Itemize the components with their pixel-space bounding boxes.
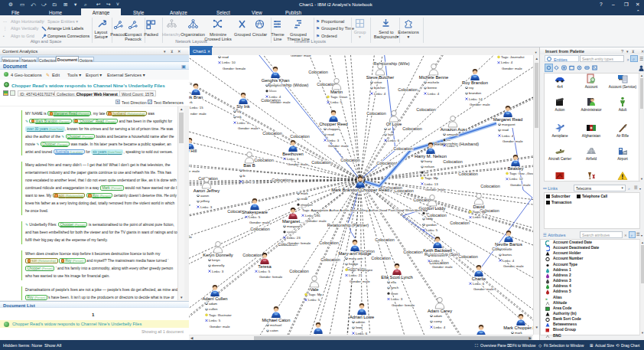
svg-text:Bas B: Bas B (243, 163, 255, 168)
svg-text:donnelly: donnelly (212, 263, 225, 267)
svg-text:margaret: margaret (502, 123, 516, 126)
svg-text:of: of (388, 127, 391, 131)
svg-text:Tags: Dean: Tags: Dean (330, 95, 348, 99)
svg-text:steve: steve (374, 80, 382, 84)
svg-text:Links: 3: Links: 3 (391, 297, 403, 301)
svg-text:Of Love: Of Love (386, 122, 402, 126)
svg-text:Tags: Mp: Tags: Mp (473, 210, 486, 214)
svg-text:Links: 3: Links: 3 (200, 205, 213, 209)
svg-text:nelson: nelson (424, 165, 434, 168)
svg-text:Gender: male: Gender: male (249, 221, 270, 224)
svg-text:michele: michele (428, 80, 440, 84)
svg-text:Tags: Gov..,Governor: Tags: Gov..,Governor (509, 172, 533, 175)
svg-text:neville: neville (503, 247, 512, 251)
svg-text:Margaret...: Margaret... (282, 219, 304, 224)
svg-text:Links: 14: Links: 14 (469, 97, 483, 101)
svg-text:amazon: amazon (447, 132, 459, 136)
svg-text:lowe: lowe (356, 325, 363, 329)
svg-text:Links: 23: Links: 23 (287, 236, 301, 240)
svg-text:Links: 7: Links: 7 (431, 259, 444, 263)
svg-text:Links: 3: Links: 3 (327, 139, 340, 142)
svg-text:Colocation: Colocation (320, 257, 340, 262)
svg-text:Gender: male: Gender: male (270, 100, 291, 104)
svg-text:Links: 15: Links: 15 (190, 106, 203, 110)
svg-text:Gender: male: Gender: male (473, 287, 494, 291)
svg-text:Tags: Appropriate Author,Autho: Tags: Appropriate Author,Author,Best-sel… (302, 208, 428, 212)
svg-text:Colocation: Colocation (403, 250, 422, 254)
svg-text:Colocation: Colocation (311, 160, 330, 165)
svg-text:Links: 5: Links: 5 (209, 319, 221, 322)
svg-text:Gender: female: Gender: female (288, 241, 311, 245)
svg-text:Tags: Mp: Tags: Mp (424, 176, 438, 180)
svg-text:Gender: male: Gender: male (328, 144, 349, 148)
svg-text:Links: 4: Links: 4 (269, 95, 281, 99)
svg-text:Links: 5: Links: 5 (473, 215, 485, 219)
svg-text:b: b (243, 174, 246, 178)
svg-text:Links: 4: Links: 4 (428, 92, 440, 96)
svg-text:»: » (545, 296, 548, 300)
svg-text:Gender: male: Gender: male (470, 103, 490, 106)
svg-text:Gender: male: Gender: male (425, 188, 446, 191)
svg-text:Links: 4: Links: 4 (434, 325, 446, 329)
svg-text:Links: 5: Links: 5 (259, 270, 271, 273)
svg-text:David: David (473, 204, 485, 209)
svg-text:brandon: brandon (469, 91, 482, 95)
svg-text:Gender: male: Gender: male (306, 219, 327, 223)
svg-text:Beethoven: Beethoven (282, 152, 304, 156)
svg-text:Colocation: Colocation (376, 161, 395, 165)
svg-text:Colocation: Colocation (308, 70, 327, 74)
svg-text:Adam Cullen: Adam Cullen (202, 296, 227, 301)
svg-text:hodge: hodge (349, 262, 359, 266)
svg-text:m.: m. (424, 171, 428, 175)
svg-text:Neville Bartos: Neville Bartos (495, 242, 522, 247)
svg-text:michael: michael (270, 323, 281, 327)
svg-text:adrian: adrian (356, 320, 366, 324)
svg-text:Gender: male: Gender: male (238, 126, 259, 130)
svg-text:Colocation: Colocation (371, 256, 390, 260)
svg-text:Links: 4: Links: 4 (374, 92, 386, 96)
svg-text:Sly Ink: Sly Ink (236, 104, 249, 109)
svg-text:Links: 1: Links: 1 (447, 144, 459, 148)
svg-text:butcher: butcher (374, 86, 385, 90)
svg-text:read: read (301, 197, 307, 201)
svg-text:Links: 4: Links: 4 (243, 180, 255, 184)
svg-text:Keryn Donnelly: Keryn Donnelly (203, 253, 233, 257)
svg-text:aaron: aaron (200, 194, 210, 198)
svg-text:Tags: Illustrator: Tags: Illustrator (209, 313, 232, 317)
svg-text:Gender: male: Gender: male (210, 325, 230, 329)
svg-text:benne: benne (428, 86, 437, 90)
svg-text:Michele Benne: Michele Benne (419, 75, 448, 80)
svg-text:Links: 281: Links: 281 (305, 214, 321, 218)
svg-text:bias: bias (243, 168, 250, 172)
svg-text:chopper: chopper (301, 203, 313, 207)
svg-text:rk: rk (190, 100, 193, 104)
svg-text:Vale: Vale (310, 287, 318, 292)
svg-text:Gender: male: Gender: male (510, 183, 531, 187)
svg-text:Colocation: Colocation (416, 107, 435, 112)
svg-text:er: male: er: male (189, 169, 200, 173)
svg-text:Martin: Martin (330, 90, 343, 94)
svg-text:Links: 6: Links: 6 (473, 282, 485, 286)
svg-text:Gender: male: Gender: male (350, 280, 370, 283)
svg-text:Adrian Lowe: Adrian Lowe (350, 315, 374, 319)
svg-text:Charlie: Charlie (472, 276, 486, 281)
svg-text:Links: 21: Links: 21 (349, 273, 363, 277)
svg-text:scott: scott (391, 292, 398, 296)
svg-text:mark: mark (301, 191, 309, 195)
svg-text:Roy Brandon: Roy Brandon (462, 80, 488, 85)
svg-text:Links: 4: Links: 4 (503, 259, 515, 263)
svg-text:Colocation: Colocation (458, 172, 477, 176)
svg-text:Tags: Journalist: Tags: Journalist (501, 55, 525, 59)
svg-text:keryn: keryn (212, 258, 220, 262)
svg-text:Gender: female: Gender: female (392, 303, 415, 307)
svg-text:rk Bran: rk Bran (189, 95, 203, 100)
svg-text:Colocation: Colocation (480, 184, 499, 188)
svg-text:Colocation: Colocation (340, 158, 359, 162)
svg-text:lynch: lynch (391, 286, 399, 289)
svg-text:Chopper Reed: Chopper Reed (319, 122, 348, 126)
svg-text:read: read (502, 128, 509, 132)
svg-text:Shakespeare: Shakespeare (242, 210, 268, 214)
svg-text:Colocation: Colocation (450, 221, 469, 225)
svg-text:Gender: male: Gender: male (503, 139, 523, 143)
svg-text:Links: 13: Links: 13 (424, 182, 438, 186)
